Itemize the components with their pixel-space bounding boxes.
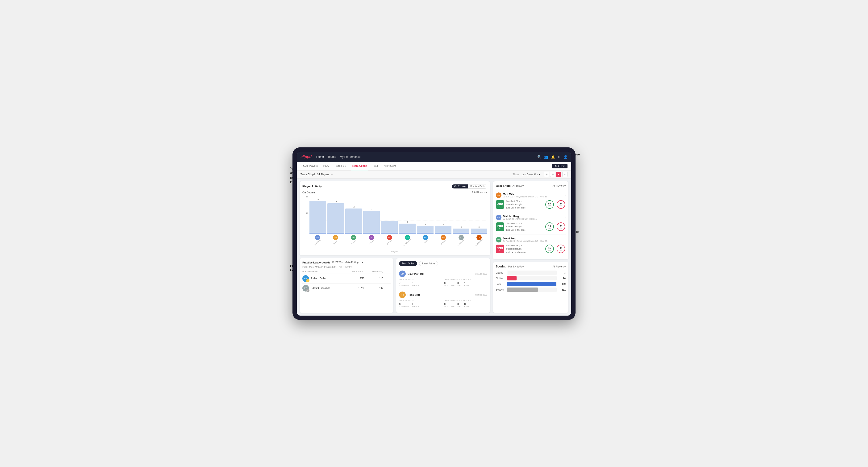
shot-avatar-3: DF bbox=[496, 237, 501, 243]
birdies-label: Birdies bbox=[496, 277, 505, 280]
activity-player-2: RB Rees Britt bbox=[399, 291, 420, 298]
bar-highlight-7 bbox=[417, 233, 434, 234]
user-icon[interactable]: 👤 bbox=[563, 155, 567, 159]
view-heart-button[interactable]: ♥ bbox=[556, 172, 561, 177]
shot-stat-3a: 16 yds bbox=[545, 245, 554, 253]
putt-val-2: 0 PUTT bbox=[464, 303, 469, 308]
y-label-15: 15 bbox=[302, 196, 308, 198]
leaderboard-header: Practice Leaderboards PUTT Must Make Put… bbox=[302, 261, 391, 264]
view-list-button[interactable]: ≡ bbox=[562, 172, 567, 177]
tab-all-players[interactable]: All Players bbox=[383, 162, 397, 170]
toggle-on-course[interactable]: On Course bbox=[452, 184, 468, 188]
avatar-group-4: JC J. Coles bbox=[363, 235, 380, 243]
shot-item-matt-miller[interactable]: MM Matt Miller 09 Jun 2023 · Royal North… bbox=[496, 190, 566, 212]
bar-value-3: 10 bbox=[352, 206, 355, 208]
scoring-filter2[interactable]: All Players ▾ bbox=[553, 266, 566, 268]
leaderboard-table-header: PLAYER NAME PB SCORE PB AVG SQ bbox=[302, 270, 391, 273]
bar-highlight-5 bbox=[381, 233, 398, 234]
shot-stat-circle-1b: 0 yds bbox=[557, 200, 565, 209]
shot-stat-circle-2a: 43 yds bbox=[545, 222, 554, 231]
add-team-button[interactable]: Add Team bbox=[552, 164, 567, 168]
bar-highlight-9 bbox=[453, 233, 469, 234]
gtt-val-1: 0 GTT bbox=[444, 282, 448, 286]
bar-3 bbox=[345, 209, 362, 234]
time-filter-dropdown[interactable]: Last 3 months ▾ bbox=[522, 173, 540, 176]
nav-teams[interactable]: Teams bbox=[328, 155, 336, 158]
y-axis: 15 10 5 0 bbox=[302, 196, 309, 247]
chart-chevron-icon: ▾ bbox=[486, 191, 487, 194]
bar-highlight-1 bbox=[309, 233, 326, 234]
shot-item-david-ford[interactable]: DF David Ford 24 Aug 2023 · Royal North … bbox=[496, 234, 566, 256]
team-name: Team Clippd | 14 Players bbox=[301, 173, 329, 176]
chart-section-label: On Course bbox=[302, 191, 315, 194]
pb-avg-2: 107 bbox=[372, 287, 391, 289]
nav-my-performance[interactable]: My Performance bbox=[340, 155, 361, 158]
player-info-2: EC 2 Edward Crossman bbox=[302, 285, 351, 291]
eagles-bar bbox=[507, 271, 507, 275]
activity-avatar-2: RB bbox=[399, 291, 406, 298]
people-icon[interactable]: 👥 bbox=[544, 155, 548, 159]
leaderboard-row-1: RB 1 Richard Butler 19/20 110 bbox=[302, 274, 391, 283]
all-players-filter[interactable]: All Players ▾ bbox=[553, 184, 566, 187]
all-players-label: All Players bbox=[553, 184, 564, 187]
shot-stat-circle-1a: 67 yds bbox=[545, 200, 554, 209]
avatar-group-7: RB R. Butler bbox=[417, 235, 434, 243]
total-rounds-col-2: Total Rounds 8 Tournament 4 bbox=[399, 300, 442, 308]
shot-dist-2: Shot Dist: 43 yds bbox=[506, 222, 543, 225]
tab-least-active[interactable]: Least Active bbox=[419, 261, 438, 266]
shot-item-blair-mcharg[interactable]: BM Blair McHarg 23 Jul 2023 · Ashridge G… bbox=[496, 212, 566, 234]
avatar-jcoles: JC bbox=[369, 235, 374, 240]
avatar-group-10: LR L. Robertson bbox=[471, 235, 487, 243]
avatar-bbritt: BB bbox=[333, 235, 338, 240]
bar-6 bbox=[399, 224, 415, 234]
tab-pga[interactable]: PGA bbox=[322, 162, 330, 170]
scoring-header: Scoring Par 3, 4 & 5s ▾ All Players ▾ bbox=[496, 265, 566, 268]
shot-stat-unit-1a: yds bbox=[549, 205, 551, 207]
bell-icon[interactable]: 🔔 bbox=[551, 155, 555, 159]
bar-eebert: 5 bbox=[381, 196, 398, 234]
tab-pgat-players[interactable]: PGAT Players bbox=[301, 162, 319, 170]
player-info-1: RB 1 Richard Butler bbox=[302, 275, 351, 282]
search-icon[interactable]: 🔍 bbox=[537, 155, 541, 159]
tab-most-active[interactable]: Most Active bbox=[399, 261, 417, 266]
tab-team-clippd[interactable]: Team Clippd bbox=[351, 162, 368, 170]
all-shots-filter[interactable]: All Shots ▾ bbox=[513, 184, 524, 187]
nav-home[interactable]: Home bbox=[316, 155, 324, 158]
tab-hcaps[interactable]: Hcaps 1-5 bbox=[334, 162, 347, 170]
pars-bar bbox=[507, 282, 556, 286]
scoring-filter1[interactable]: Par 3, 4 & 5s ▾ bbox=[508, 266, 524, 268]
app-val-2: 0 APP bbox=[451, 303, 455, 308]
shot-stat-unit-2b: yds bbox=[560, 227, 562, 229]
bar-10 bbox=[471, 228, 487, 234]
tab-tour[interactable]: Tour bbox=[372, 162, 379, 170]
drill-dropdown[interactable]: PUTT Must Make Putting ... ▾ bbox=[332, 261, 363, 264]
chart-area-header: On Course Total Rounds ▾ bbox=[302, 191, 487, 194]
view-grid4-button[interactable]: ⊟ bbox=[550, 172, 555, 177]
bar-9 bbox=[453, 228, 469, 234]
shot-stat-2b: 0 yds bbox=[556, 222, 566, 231]
avatar-group-2: BB B. Britt bbox=[328, 235, 344, 243]
rank-badge-1: 1 bbox=[306, 279, 309, 282]
bar-highlight-10 bbox=[471, 233, 487, 234]
view-grid2-button[interactable]: ⊞ bbox=[544, 172, 549, 177]
shot-player-name-1: Matt Miller bbox=[503, 193, 547, 195]
practice-val-1: 6 Practice bbox=[412, 282, 418, 286]
time-filter-value: Last 3 months bbox=[522, 173, 538, 176]
shot-stat-val-3a: 16 bbox=[548, 247, 551, 249]
toggle-practice-drills[interactable]: Practice Drills bbox=[468, 184, 487, 188]
shot-stat-val-2a: 43 bbox=[548, 224, 551, 227]
shot-dist-1: Shot Dist: 67 yds bbox=[506, 199, 543, 203]
shot-stat-2a: 43 yds bbox=[545, 222, 554, 231]
shot-stat-circle-3b: 0 yds bbox=[557, 245, 565, 253]
add-circle-icon[interactable]: ⊕ bbox=[558, 155, 561, 159]
xlabel-2: B. Britt bbox=[333, 240, 338, 245]
rank-badge-2: 2 bbox=[306, 289, 309, 292]
chart-dropdown[interactable]: Total Rounds ▾ bbox=[472, 191, 487, 194]
bar-value-10: 2 bbox=[478, 226, 479, 228]
best-shots-card: Best Shots All Shots ▾ All Players ▾ bbox=[493, 181, 568, 259]
shot-player-details-3: David Ford 24 Aug 2023 · Royal North Dev… bbox=[503, 237, 548, 242]
shot-details-2: 200 SG Shot Dist: 43 yds Start Lie: Roug… bbox=[496, 222, 566, 232]
edit-icon[interactable]: ✏ bbox=[331, 173, 333, 176]
avatar-group-3: DF D. Ford bbox=[345, 235, 362, 243]
putt-val-1: 1 PUTT bbox=[464, 282, 469, 286]
